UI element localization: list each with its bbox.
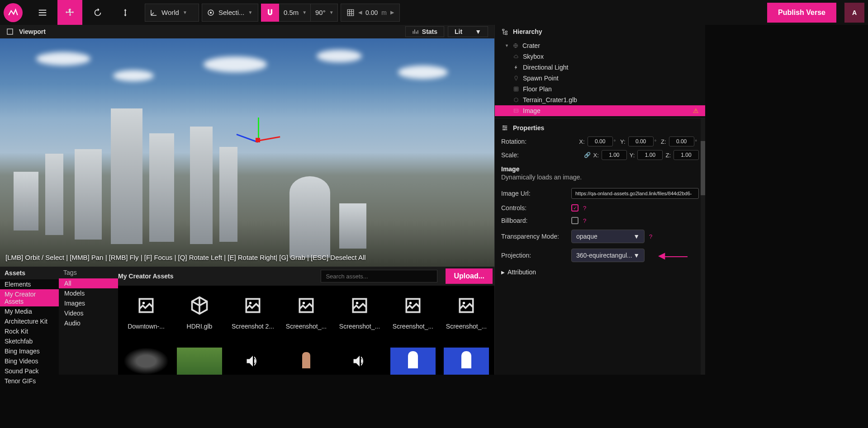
image-url-input[interactable] — [571, 188, 699, 199]
attribution-toggle[interactable]: ▶Attribution — [495, 265, 705, 279]
svg-point-5 — [303, 302, 305, 305]
library-item[interactable]: Bing Videos — [0, 356, 59, 366]
annotation-arrow: ◀ — [649, 250, 688, 261]
help-icon[interactable]: ? — [583, 205, 586, 212]
asset-label: Screenshot_... — [337, 323, 382, 330]
menu-button[interactable] — [30, 0, 55, 25]
hierarchy-item[interactable]: Spawn Point — [495, 73, 705, 84]
scrollbar[interactable] — [701, 118, 705, 375]
hierarchy-item[interactable]: Floor Plan — [495, 84, 705, 94]
library-item[interactable]: Bing Images — [0, 346, 59, 356]
user-avatar[interactable]: A — [844, 3, 864, 23]
library-item[interactable]: Rock Kit — [0, 326, 59, 336]
hierarchy-item[interactable]: Directional Light — [495, 62, 705, 73]
asset-item[interactable]: Screenshot_... — [390, 292, 436, 341]
library-item[interactable]: My Creator Assets — [0, 289, 59, 306]
asset-item[interactable]: Screenshot_... — [337, 292, 382, 341]
library-item[interactable]: Sound Pack — [0, 366, 59, 376]
asset-item[interactable]: HDRI.glb — [177, 292, 222, 341]
search-input[interactable] — [321, 270, 437, 282]
decrement-icon[interactable]: ◀ — [358, 9, 362, 15]
help-icon[interactable]: ? — [583, 217, 586, 224]
controls-label: Controls: — [501, 204, 567, 212]
image-icon — [288, 292, 324, 319]
viewport-header: Viewport Stats Lit▼ — [0, 25, 494, 38]
svg-point-8 — [463, 302, 465, 305]
asset-library-list: Assets ElementsMy Creator AssetsMy Media… — [0, 267, 59, 375]
tag-item[interactable]: Audio — [59, 318, 118, 328]
tag-item[interactable]: Images — [59, 298, 118, 308]
snap-toggle[interactable] — [261, 4, 279, 22]
bolt-icon — [513, 64, 519, 71]
scale-tool[interactable] — [113, 0, 138, 25]
projection-dropdown[interactable]: 360-equirectangul...▼ — [571, 249, 645, 262]
grid-size-input[interactable]: ◀ 0.00 m ▶ — [341, 4, 400, 22]
library-item[interactable]: My Media — [0, 306, 59, 316]
viewport-title: Viewport — [19, 28, 46, 35]
scale-x-input[interactable] — [602, 150, 627, 160]
hierarchy-item[interactable]: Terrain_Crater1.glb — [495, 94, 705, 105]
scale-y-input[interactable] — [637, 150, 663, 160]
asset-thumbnail[interactable] — [337, 348, 382, 375]
viewport-canvas[interactable]: [LMB] Orbit / Select | [MMB] Pan | [RMB]… — [0, 38, 494, 267]
upload-button[interactable]: Upload... — [446, 268, 493, 284]
asset-item[interactable]: Screenshot_... — [444, 292, 489, 341]
rotate-tool[interactable] — [85, 0, 110, 25]
link-icon[interactable]: 🔗 — [584, 152, 591, 158]
svg-point-11 — [503, 126, 504, 127]
svg-point-7 — [409, 302, 412, 305]
transparency-label: Transparency Mode: — [501, 233, 567, 240]
asset-label: Downtown-... — [123, 323, 169, 330]
library-item[interactable]: Elements — [0, 279, 59, 289]
asset-thumbnail[interactable] — [230, 348, 275, 375]
snap-angle-dropdown[interactable]: 90°▼ — [311, 4, 338, 22]
tag-item[interactable]: Videos — [59, 308, 118, 318]
asset-item[interactable]: Screenshot 2... — [230, 292, 275, 341]
coord-space-dropdown[interactable]: World▼ — [145, 4, 199, 22]
asset-label: HDRI.glb — [177, 323, 222, 330]
pivot-dropdown[interactable]: Selecti...▼ — [202, 4, 258, 22]
image-icon — [342, 292, 378, 319]
hierarchy-item[interactable]: ▼Crater — [495, 40, 705, 51]
hierarchy-item[interactable]: Image⚠ — [495, 105, 705, 116]
asset-thumbnail[interactable] — [284, 348, 329, 375]
asset-thumbnail[interactable] — [123, 348, 169, 375]
asset-item[interactable]: Downtown-... — [123, 292, 169, 341]
scale-z-input[interactable] — [674, 150, 699, 160]
library-item[interactable]: Architecture Kit — [0, 316, 59, 326]
app-logo[interactable] — [4, 3, 23, 22]
properties-panel: Properties Rotation: X:° Y:° Z:° Scale: … — [495, 118, 705, 375]
help-icon[interactable]: ? — [649, 233, 652, 240]
transform-gizmo[interactable] — [240, 122, 276, 158]
publish-button[interactable]: Publish Verse — [767, 3, 836, 23]
hierarchy-item[interactable]: Skybox — [495, 51, 705, 62]
move-tool[interactable] — [57, 0, 82, 25]
hierarchy-header: Hierarchy — [495, 25, 705, 38]
viewport-hints: [LMB] Orbit / Select | [MMB] Pan | [RMB]… — [5, 254, 366, 261]
snap-distance-dropdown[interactable]: 0.5m▼ — [279, 4, 311, 22]
viewport-panel: Viewport Stats Lit▼ [LMB] Orbit / Select… — [0, 25, 494, 267]
asset-item[interactable]: Screenshot_... — [284, 292, 329, 341]
controls-checkbox[interactable]: ✓ — [571, 204, 579, 212]
image-icon — [235, 292, 271, 319]
library-item[interactable]: Tenor GIFs — [0, 376, 59, 386]
library-item[interactable]: Sketchfab — [0, 336, 59, 346]
tag-item[interactable]: Models — [59, 288, 118, 298]
transparency-dropdown[interactable]: opaque▼ — [571, 230, 645, 243]
asset-thumbnail[interactable] — [444, 348, 489, 375]
asset-thumbnail[interactable] — [390, 348, 436, 375]
render-mode-dropdown[interactable]: Lit▼ — [448, 26, 488, 37]
properties-header: Properties — [495, 121, 705, 135]
tag-item[interactable]: All — [59, 278, 118, 288]
rotation-z-input[interactable] — [669, 136, 694, 146]
billboard-checkbox[interactable]: ✓ — [571, 217, 579, 224]
rotation-x-input[interactable] — [588, 136, 613, 146]
hierarchy-icon — [501, 28, 508, 35]
stats-button[interactable]: Stats — [405, 26, 444, 37]
increment-icon[interactable]: ▶ — [390, 9, 394, 15]
svg-rect-2 — [7, 29, 13, 34]
asset-thumbnail[interactable] — [177, 348, 222, 375]
warning-icon: ⚠ — [693, 107, 699, 114]
svg-point-3 — [142, 302, 145, 305]
rotation-y-input[interactable] — [628, 136, 654, 146]
